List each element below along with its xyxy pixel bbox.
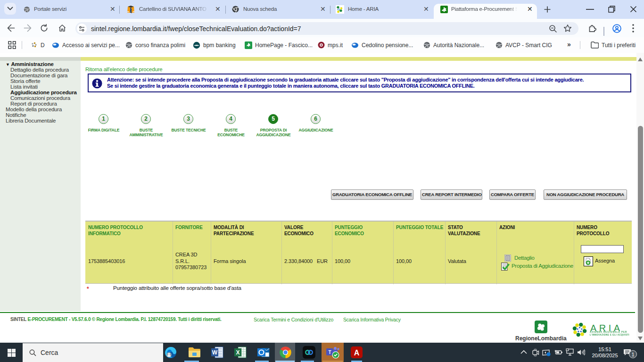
svg-text:T: T xyxy=(328,349,331,354)
svg-text:A: A xyxy=(354,349,359,357)
svg-text:W: W xyxy=(212,349,218,356)
svg-text:X: X xyxy=(236,349,239,356)
